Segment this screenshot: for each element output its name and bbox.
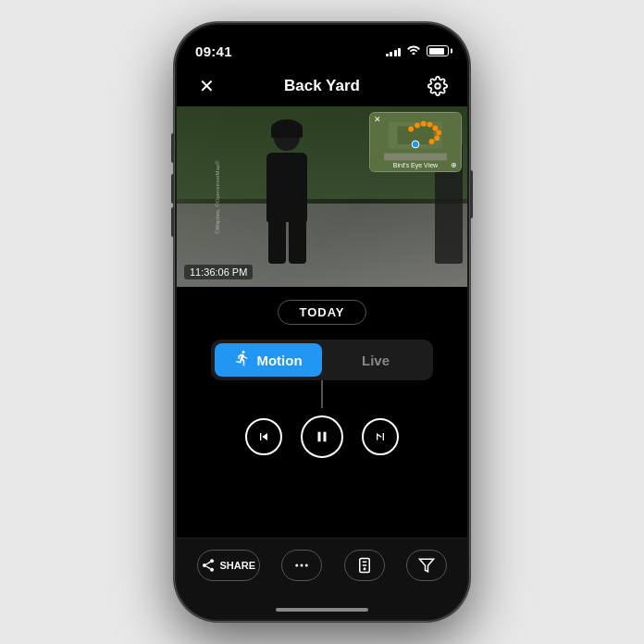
- pause-button[interactable]: [301, 415, 343, 458]
- minimap-expand-icon[interactable]: ⊕: [451, 161, 457, 169]
- svg-marker-26: [420, 559, 434, 572]
- controls-area: TODAY Motion Live: [177, 287, 467, 465]
- share-button[interactable]: SHARE: [197, 550, 260, 581]
- bottom-toolbar: SHARE: [177, 538, 467, 619]
- status-icons: [386, 44, 450, 57]
- minimap-overlay: ✕ Bird's Eye View ⊕: [369, 112, 462, 172]
- phone-screen: 09:41 ✕ Back Y: [177, 25, 467, 619]
- home-indicator: [276, 608, 368, 612]
- svg-point-20: [301, 564, 303, 567]
- svg-point-15: [203, 564, 206, 567]
- minimap-close-icon[interactable]: ✕: [374, 115, 381, 124]
- svg-rect-13: [384, 154, 447, 161]
- svg-point-6: [421, 121, 427, 127]
- timeline-indicator: [321, 380, 323, 408]
- status-time: 09:41: [195, 43, 232, 59]
- clip-button[interactable]: [344, 550, 385, 581]
- status-bar: 09:41: [177, 25, 467, 66]
- svg-line-18: [206, 562, 211, 564]
- next-button[interactable]: [362, 418, 399, 455]
- svg-line-17: [206, 566, 211, 569]
- more-options-button[interactable]: [281, 550, 322, 581]
- close-button[interactable]: ✕: [192, 71, 221, 101]
- filter-button[interactable]: [406, 550, 447, 581]
- signal-bars-icon: [386, 46, 402, 56]
- svg-point-0: [435, 83, 440, 89]
- svg-point-5: [415, 123, 420, 129]
- svg-point-4: [408, 127, 414, 132]
- svg-point-19: [296, 564, 299, 567]
- video-feed: ✕ Bird's Eye View ⊕ 11:36:06 PM ©Mapbox,…: [177, 106, 467, 287]
- svg-point-16: [210, 568, 214, 572]
- person-figure: [266, 125, 307, 264]
- playback-controls: [245, 415, 399, 458]
- phone-frame: 09:41 ✕ Back Y: [174, 22, 470, 622]
- live-tab[interactable]: Live: [322, 343, 429, 377]
- svg-point-12: [412, 141, 419, 148]
- svg-point-8: [432, 126, 438, 131]
- svg-point-7: [427, 122, 433, 128]
- minimap-label: Bird's Eye View: [370, 162, 461, 168]
- video-background: ✕ Bird's Eye View ⊕ 11:36:06 PM ©Mapbox,…: [177, 106, 467, 287]
- svg-point-9: [436, 130, 441, 135]
- svg-point-25: [364, 568, 365, 570]
- view-mode-toggle: Motion Live: [211, 340, 433, 380]
- svg-point-10: [434, 135, 440, 141]
- svg-point-21: [305, 564, 308, 567]
- video-timestamp: 11:36:06 PM: [184, 265, 253, 279]
- copyright-text: ©Mapbox, ©OpenstreetMap®: [215, 160, 220, 233]
- motion-icon: [234, 350, 251, 370]
- svg-point-11: [429, 139, 435, 144]
- motion-tab[interactable]: Motion: [215, 343, 322, 377]
- today-button[interactable]: TODAY: [278, 300, 365, 325]
- motion-label: Motion: [256, 353, 302, 368]
- settings-button[interactable]: [423, 71, 452, 101]
- camera-title: Back Yard: [284, 77, 360, 95]
- share-label: SHARE: [219, 560, 255, 571]
- live-label: Live: [362, 353, 390, 368]
- wifi-icon: [407, 44, 420, 57]
- previous-button[interactable]: [245, 418, 282, 455]
- battery-icon: [427, 45, 449, 56]
- svg-point-14: [210, 559, 214, 563]
- top-navigation-bar: ✕ Back Yard: [177, 66, 467, 106]
